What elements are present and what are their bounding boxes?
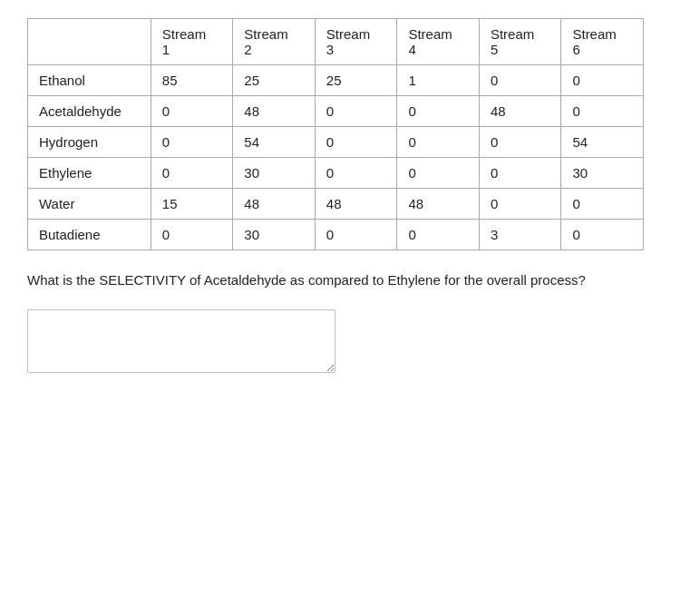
cell-ethylene-stream6: 30 — [561, 158, 644, 189]
cell-ethanol-stream2: 25 — [233, 65, 316, 96]
header-stream3: Stream3 — [315, 19, 397, 65]
cell-butadiene-stream5: 3 — [479, 220, 561, 250]
question-text: What is the SELECTIVITY of Acetaldehyde … — [27, 270, 589, 291]
cell-hydrogen-stream3: 0 — [315, 127, 397, 158]
cell-ethylene-stream4: 0 — [397, 158, 480, 189]
cell-ethanol-stream3: 25 — [315, 65, 397, 96]
cell-butadiene-stream3: 0 — [315, 220, 397, 250]
cell-water-stream3: 48 — [315, 189, 397, 220]
cell-ethylene-stream2: 30 — [233, 158, 316, 189]
cell-butadiene-stream4: 0 — [397, 220, 480, 250]
cell-water-stream6: 0 — [561, 189, 644, 220]
cell-hydrogen-stream4: 0 — [397, 127, 480, 158]
answer-area — [27, 309, 673, 376]
data-table: Stream1 Stream2 Stream3 Stream4 Stream5 … — [27, 18, 673, 250]
header-empty — [28, 19, 151, 65]
header-stream6: Stream6 — [561, 19, 644, 65]
cell-ethylene-stream5: 0 — [479, 158, 561, 189]
cell-acetaldehyde-stream1: 0 — [151, 96, 233, 127]
row-label-acetaldehyde: Acetaldehyde — [28, 96, 151, 127]
header-stream1: Stream1 — [151, 19, 233, 65]
cell-acetaldehyde-stream2: 48 — [233, 96, 316, 127]
row-label-butadiene: Butadiene — [28, 220, 151, 250]
row-label-ethanol: Ethanol — [28, 65, 151, 96]
cell-ethanol-stream1: 85 — [151, 65, 233, 96]
cell-water-stream5: 0 — [479, 189, 561, 220]
cell-acetaldehyde-stream6: 0 — [561, 96, 644, 127]
header-stream2: Stream2 — [233, 19, 316, 65]
cell-ethylene-stream1: 0 — [151, 158, 233, 189]
cell-acetaldehyde-stream3: 0 — [315, 96, 397, 127]
cell-ethanol-stream4: 1 — [397, 65, 480, 96]
cell-hydrogen-stream2: 54 — [233, 127, 316, 158]
row-label-hydrogen: Hydrogen — [28, 127, 151, 158]
cell-butadiene-stream1: 0 — [151, 220, 233, 250]
cell-acetaldehyde-stream5: 48 — [479, 96, 561, 127]
cell-water-stream1: 15 — [151, 189, 233, 220]
cell-hydrogen-stream6: 54 — [561, 127, 644, 158]
cell-ethanol-stream5: 0 — [479, 65, 561, 96]
header-stream4: Stream4 — [397, 19, 480, 65]
cell-acetaldehyde-stream4: 0 — [397, 96, 480, 127]
cell-ethanol-stream6: 0 — [561, 65, 644, 96]
row-label-water: Water — [28, 189, 151, 220]
cell-ethylene-stream3: 0 — [315, 158, 397, 189]
cell-hydrogen-stream1: 0 — [151, 127, 233, 158]
cell-butadiene-stream2: 30 — [233, 220, 316, 250]
cell-water-stream2: 48 — [233, 189, 316, 220]
cell-hydrogen-stream5: 0 — [479, 127, 561, 158]
header-stream5: Stream5 — [479, 19, 561, 65]
row-label-ethylene: Ethylene — [28, 158, 151, 189]
cell-water-stream4: 48 — [397, 189, 480, 220]
cell-butadiene-stream6: 0 — [561, 220, 644, 250]
answer-input[interactable] — [27, 309, 335, 373]
